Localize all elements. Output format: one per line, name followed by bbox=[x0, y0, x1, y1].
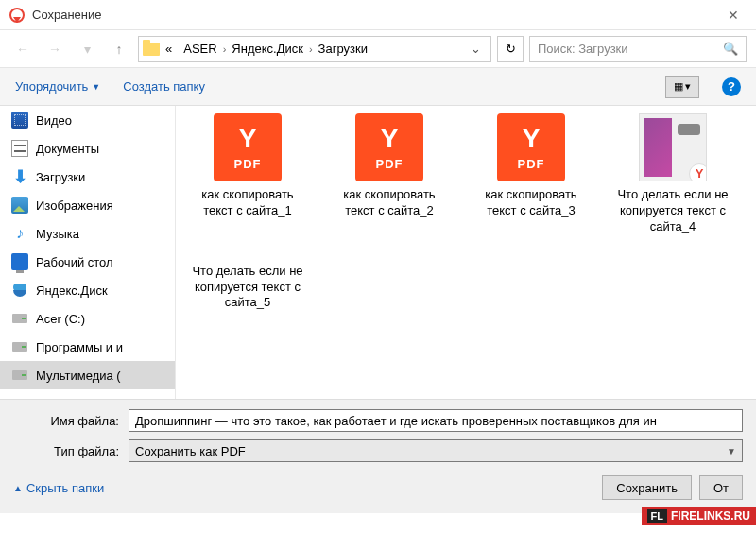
chevron-down-icon: ▼ bbox=[727, 446, 736, 456]
thumbnail-icon: ▦ bbox=[674, 80, 683, 93]
sidebar-item-label: Программы и и bbox=[36, 340, 123, 354]
image-thumbnail bbox=[639, 113, 707, 181]
main-area: ВидеоДокументы⬇ЗагрузкиИзображения♪Музык… bbox=[0, 106, 756, 399]
file-label: как скопировать текст с сайта_2 bbox=[333, 187, 446, 219]
breadcrumb-part[interactable]: Яндекс.Диск bbox=[232, 42, 303, 56]
chevron-down-icon: ▾ bbox=[685, 80, 691, 93]
sidebar-item[interactable]: Программы и и bbox=[0, 333, 175, 361]
file-label: как скопировать текст с сайта_1 bbox=[191, 187, 304, 219]
sidebar-item-label: Яндекс.Диск bbox=[36, 284, 108, 298]
up-button[interactable]: ↑ bbox=[106, 36, 132, 62]
pdf-icon: YPDF bbox=[214, 113, 282, 181]
sidebar: ВидеоДокументы⬇ЗагрузкиИзображения♪Музык… bbox=[0, 106, 176, 399]
window-title: Сохранение bbox=[32, 8, 720, 22]
refresh-button[interactable]: ↻ bbox=[497, 36, 524, 62]
file-item[interactable]: Что делать если не копируется текст с са… bbox=[616, 113, 730, 235]
organize-menu[interactable]: Упорядочить ▼ bbox=[15, 79, 100, 94]
chevron-right-icon: › bbox=[223, 43, 227, 55]
yandex-icon bbox=[9, 8, 25, 23]
breadcrumb-part[interactable]: Загрузки bbox=[318, 42, 368, 56]
help-button[interactable]: ? bbox=[722, 77, 741, 96]
save-label: Сохранить bbox=[616, 481, 678, 495]
sidebar-item[interactable]: Рабочий стол bbox=[0, 248, 175, 276]
file-label: Что делать если не копируется текст с са… bbox=[191, 264, 304, 312]
sidebar-item-label: Рабочий стол bbox=[36, 255, 113, 269]
search-placeholder: Поиск: Загрузки bbox=[538, 42, 628, 56]
sidebar-item[interactable]: Документы bbox=[0, 134, 175, 163]
sidebar-item-label: Мультимедиа ( bbox=[36, 369, 121, 383]
cancel-label: От bbox=[713, 481, 729, 495]
recent-dropdown[interactable]: ▾ bbox=[74, 36, 100, 62]
back-button[interactable]: ← bbox=[9, 36, 36, 62]
sidebar-item[interactable]: Яндекс.Диск bbox=[0, 276, 175, 304]
filename-input[interactable]: Дропшиппинг — что это такое, как работае… bbox=[129, 409, 743, 432]
chevron-right-icon: › bbox=[309, 43, 313, 55]
sidebar-item[interactable]: Acer (C:) bbox=[0, 304, 175, 333]
sidebar-item[interactable]: Видео bbox=[0, 106, 175, 134]
title-bar: Сохранение ✕ bbox=[0, 0, 756, 30]
nav-bar: ← → ▾ ↑ « ASER › Яндекс.Диск › Загрузки … bbox=[0, 30, 756, 68]
filetype-select[interactable]: Сохранить как PDF ▼ bbox=[129, 439, 743, 462]
sidebar-item[interactable]: ♪Музыка bbox=[0, 219, 175, 248]
sidebar-item-label: Музыка bbox=[36, 227, 79, 241]
file-item[interactable]: Что делать если не копируется текст с са… bbox=[191, 264, 304, 312]
filename-label: Имя файла: bbox=[13, 414, 129, 428]
search-icon[interactable]: 🔍 bbox=[723, 42, 738, 56]
filetype-label: Тип файла: bbox=[13, 444, 129, 458]
chevron-down-icon[interactable]: ⌄ bbox=[471, 42, 481, 56]
sidebar-item[interactable]: Мультимедиа ( bbox=[0, 361, 175, 389]
view-mode-button[interactable]: ▦ ▾ bbox=[665, 76, 699, 98]
file-item[interactable]: YPDFкак скопировать текст с сайта_2 bbox=[333, 113, 446, 235]
cancel-button[interactable]: От bbox=[699, 475, 743, 500]
watermark-badge: FL bbox=[647, 509, 667, 523]
sidebar-item-label: Загрузки bbox=[36, 170, 85, 184]
close-button[interactable]: ✕ bbox=[720, 4, 747, 26]
file-item[interactable]: YPDFкак скопировать текст с сайта_3 bbox=[474, 113, 588, 235]
sidebar-item-label: Документы bbox=[36, 142, 99, 156]
sidebar-item-label: Изображения bbox=[36, 198, 113, 213]
filename-value: Дропшиппинг — что это такое, как работае… bbox=[135, 414, 657, 428]
organize-label: Упорядочить bbox=[15, 79, 88, 94]
breadcrumb-part[interactable]: ASER bbox=[183, 42, 216, 56]
forward-button[interactable]: → bbox=[42, 36, 68, 62]
pdf-icon: YPDF bbox=[355, 113, 423, 181]
folder-icon bbox=[143, 43, 160, 56]
sidebar-item-label: Видео bbox=[36, 113, 72, 128]
new-folder-label: Создать папку bbox=[123, 79, 205, 94]
chevron-down-icon: ▼ bbox=[92, 82, 100, 92]
yandex-badge-icon bbox=[689, 163, 707, 181]
chevron-up-icon: ▲ bbox=[13, 483, 23, 493]
pdf-icon: YPDF bbox=[497, 113, 565, 181]
toolbar: Упорядочить ▼ Создать папку ▦ ▾ ? bbox=[0, 68, 756, 106]
hide-folders-link[interactable]: ▲ Скрыть папки bbox=[13, 481, 104, 495]
watermark: FL FIRELINKS.RU bbox=[642, 507, 756, 525]
watermark-text: FIRELINKS.RU bbox=[671, 509, 750, 523]
save-button[interactable]: Сохранить bbox=[602, 475, 692, 500]
sidebar-item[interactable]: ⬇Загрузки bbox=[0, 163, 175, 191]
new-folder-button[interactable]: Создать папку bbox=[123, 79, 205, 94]
sidebar-item-label: Acer (C:) bbox=[36, 312, 85, 326]
file-list[interactable]: YPDFкак скопировать текст с сайта_1YPDFк… bbox=[176, 106, 756, 399]
file-item[interactable]: YPDFкак скопировать текст с сайта_1 bbox=[191, 113, 304, 235]
hide-folders-label: Скрыть папки bbox=[26, 481, 104, 495]
breadcrumb-root: « bbox=[165, 42, 172, 56]
file-label: как скопировать текст с сайта_3 bbox=[474, 187, 588, 219]
file-label: Что делать если не копируется текст с са… bbox=[616, 187, 730, 235]
filetype-value: Сохранить как PDF bbox=[135, 444, 246, 458]
sidebar-item[interactable]: Изображения bbox=[0, 191, 175, 219]
search-input[interactable]: Поиск: Загрузки 🔍 bbox=[529, 36, 747, 62]
breadcrumb[interactable]: « ASER › Яндекс.Диск › Загрузки ⌄ bbox=[138, 36, 491, 62]
bottom-panel: Имя файла: Дропшиппинг — что это такое, … bbox=[0, 399, 756, 513]
